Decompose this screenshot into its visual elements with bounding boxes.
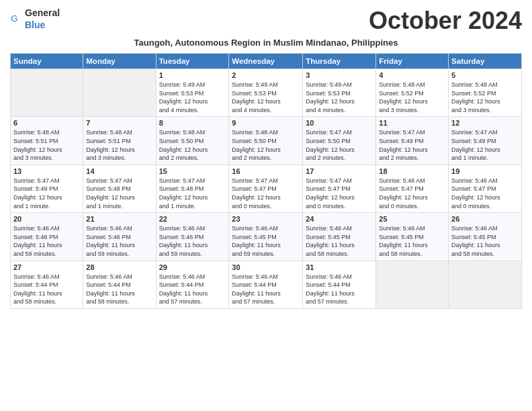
calendar-cell: 2Sunrise: 5:49 AM Sunset: 5:53 PM Daylig… <box>229 69 303 117</box>
day-info: Sunrise: 5:46 AM Sunset: 5:46 PM Dayligh… <box>86 224 152 258</box>
calendar-cell: 7Sunrise: 5:48 AM Sunset: 5:51 PM Daylig… <box>83 117 156 165</box>
calendar-cell: 12Sunrise: 5:47 AM Sunset: 5:49 PM Dayli… <box>449 117 522 165</box>
calendar-cell: 18Sunrise: 5:46 AM Sunset: 5:47 PM Dayli… <box>376 165 449 212</box>
calendar-cell: 13Sunrise: 5:47 AM Sunset: 5:49 PM Dayli… <box>11 165 83 212</box>
day-info: Sunrise: 5:47 AM Sunset: 5:49 PM Dayligh… <box>379 128 445 162</box>
day-number: 8 <box>159 119 226 127</box>
day-info: Sunrise: 5:48 AM Sunset: 5:51 PM Dayligh… <box>86 128 152 162</box>
calendar-cell: 29Sunrise: 5:46 AM Sunset: 5:44 PM Dayli… <box>156 261 229 308</box>
calendar-week-5: 27Sunrise: 5:46 AM Sunset: 5:44 PM Dayli… <box>11 261 522 308</box>
day-info: Sunrise: 5:48 AM Sunset: 5:52 PM Dayligh… <box>451 81 519 114</box>
calendar-week-3: 13Sunrise: 5:47 AM Sunset: 5:49 PM Dayli… <box>11 165 522 212</box>
day-number: 29 <box>159 263 226 271</box>
day-number: 9 <box>232 119 300 127</box>
day-info: Sunrise: 5:49 AM Sunset: 5:53 PM Dayligh… <box>306 81 373 114</box>
day-info: Sunrise: 5:46 AM Sunset: 5:45 PM Dayligh… <box>306 224 373 258</box>
day-number: 31 <box>306 263 373 271</box>
day-info: Sunrise: 5:47 AM Sunset: 5:48 PM Dayligh… <box>159 177 226 210</box>
day-info: Sunrise: 5:48 AM Sunset: 5:50 PM Dayligh… <box>159 128 226 162</box>
calendar-cell: 20Sunrise: 5:46 AM Sunset: 5:46 PM Dayli… <box>11 213 83 261</box>
day-number: 27 <box>13 263 80 271</box>
logo-blue: Blue <box>25 19 45 30</box>
day-info: Sunrise: 5:48 AM Sunset: 5:51 PM Dayligh… <box>13 128 80 162</box>
calendar-cell: 15Sunrise: 5:47 AM Sunset: 5:48 PM Dayli… <box>156 165 229 212</box>
day-number: 16 <box>232 167 300 175</box>
header-thursday: Thursday <box>303 54 376 69</box>
calendar-cell: 17Sunrise: 5:47 AM Sunset: 5:47 PM Dayli… <box>303 165 376 212</box>
calendar-cell <box>11 69 83 117</box>
day-info: Sunrise: 5:49 AM Sunset: 5:53 PM Dayligh… <box>232 81 300 114</box>
day-number: 19 <box>451 167 519 175</box>
day-number: 25 <box>379 215 445 223</box>
day-number: 5 <box>451 71 519 79</box>
day-number: 14 <box>86 167 152 175</box>
calendar-cell: 30Sunrise: 5:46 AM Sunset: 5:44 PM Dayli… <box>229 261 303 308</box>
calendar-cell: 9Sunrise: 5:48 AM Sunset: 5:50 PM Daylig… <box>229 117 303 165</box>
header-monday: Monday <box>83 54 156 69</box>
day-number: 2 <box>232 71 300 79</box>
day-info: Sunrise: 5:46 AM Sunset: 5:47 PM Dayligh… <box>451 177 519 210</box>
header-saturday: Saturday <box>449 54 522 69</box>
day-number: 22 <box>159 215 226 223</box>
day-info: Sunrise: 5:46 AM Sunset: 5:44 PM Dayligh… <box>306 273 373 306</box>
day-info: Sunrise: 5:48 AM Sunset: 5:50 PM Dayligh… <box>232 128 300 162</box>
day-info: Sunrise: 5:46 AM Sunset: 5:44 PM Dayligh… <box>159 273 226 306</box>
calendar-cell: 11Sunrise: 5:47 AM Sunset: 5:49 PM Dayli… <box>376 117 449 165</box>
day-number: 23 <box>232 215 300 223</box>
subtitle: Taungoh, Autonomous Region in Muslim Min… <box>10 38 522 48</box>
day-info: Sunrise: 5:47 AM Sunset: 5:47 PM Dayligh… <box>232 177 300 210</box>
month-title: October 2024 <box>369 7 522 35</box>
calendar-cell: 14Sunrise: 5:47 AM Sunset: 5:48 PM Dayli… <box>83 165 156 212</box>
day-number: 10 <box>306 119 373 127</box>
calendar-cell: 25Sunrise: 5:46 AM Sunset: 5:45 PM Dayli… <box>376 213 449 261</box>
logo: G General Blue <box>10 7 60 31</box>
header: G General Blue October 2024 <box>10 7 522 35</box>
day-info: Sunrise: 5:46 AM Sunset: 5:45 PM Dayligh… <box>232 224 300 258</box>
day-number: 18 <box>379 167 445 175</box>
calendar-cell: 5Sunrise: 5:48 AM Sunset: 5:52 PM Daylig… <box>449 69 522 117</box>
day-number: 7 <box>86 119 152 127</box>
header-wednesday: Wednesday <box>229 54 303 69</box>
header-sunday: Sunday <box>11 54 83 69</box>
calendar-cell <box>376 261 449 308</box>
day-number: 3 <box>306 71 373 79</box>
calendar-cell: 23Sunrise: 5:46 AM Sunset: 5:45 PM Dayli… <box>229 213 303 261</box>
calendar-cell <box>449 261 522 308</box>
calendar-week-2: 6Sunrise: 5:48 AM Sunset: 5:51 PM Daylig… <box>11 117 522 165</box>
day-info: Sunrise: 5:46 AM Sunset: 5:47 PM Dayligh… <box>379 177 445 210</box>
calendar-header-row: Sunday Monday Tuesday Wednesday Thursday… <box>11 54 522 69</box>
day-number: 6 <box>13 119 80 127</box>
day-number: 20 <box>13 215 80 223</box>
day-info: Sunrise: 5:48 AM Sunset: 5:52 PM Dayligh… <box>379 81 445 114</box>
header-tuesday: Tuesday <box>156 54 229 69</box>
day-info: Sunrise: 5:46 AM Sunset: 5:44 PM Dayligh… <box>13 273 80 306</box>
day-info: Sunrise: 5:46 AM Sunset: 5:44 PM Dayligh… <box>232 273 300 306</box>
calendar-cell: 1Sunrise: 5:49 AM Sunset: 5:53 PM Daylig… <box>156 69 229 117</box>
day-info: Sunrise: 5:46 AM Sunset: 5:44 PM Dayligh… <box>86 273 152 306</box>
calendar-cell: 31Sunrise: 5:46 AM Sunset: 5:44 PM Dayli… <box>303 261 376 308</box>
header-friday: Friday <box>376 54 449 69</box>
calendar-cell: 16Sunrise: 5:47 AM Sunset: 5:47 PM Dayli… <box>229 165 303 212</box>
calendar-week-1: 1Sunrise: 5:49 AM Sunset: 5:53 PM Daylig… <box>11 69 522 117</box>
calendar-cell: 4Sunrise: 5:48 AM Sunset: 5:52 PM Daylig… <box>376 69 449 117</box>
logo-general: General <box>25 7 60 18</box>
svg-text:G: G <box>11 13 17 24</box>
day-number: 12 <box>451 119 519 127</box>
day-number: 26 <box>451 215 519 223</box>
day-number: 4 <box>379 71 445 79</box>
calendar-cell <box>83 69 156 117</box>
day-info: Sunrise: 5:49 AM Sunset: 5:53 PM Dayligh… <box>159 81 226 114</box>
day-info: Sunrise: 5:47 AM Sunset: 5:49 PM Dayligh… <box>13 177 80 210</box>
calendar-table: Sunday Monday Tuesday Wednesday Thursday… <box>10 53 522 309</box>
day-number: 1 <box>159 71 226 79</box>
calendar-body: 1Sunrise: 5:49 AM Sunset: 5:53 PM Daylig… <box>11 69 522 309</box>
day-number: 21 <box>86 215 152 223</box>
day-info: Sunrise: 5:46 AM Sunset: 5:46 PM Dayligh… <box>159 224 226 258</box>
day-number: 15 <box>159 167 226 175</box>
logo-icon: G <box>10 13 22 25</box>
day-info: Sunrise: 5:47 AM Sunset: 5:49 PM Dayligh… <box>451 128 519 162</box>
calendar-cell: 6Sunrise: 5:48 AM Sunset: 5:51 PM Daylig… <box>11 117 83 165</box>
calendar-cell: 10Sunrise: 5:47 AM Sunset: 5:50 PM Dayli… <box>303 117 376 165</box>
day-number: 17 <box>306 167 373 175</box>
day-info: Sunrise: 5:46 AM Sunset: 5:45 PM Dayligh… <box>379 224 445 258</box>
